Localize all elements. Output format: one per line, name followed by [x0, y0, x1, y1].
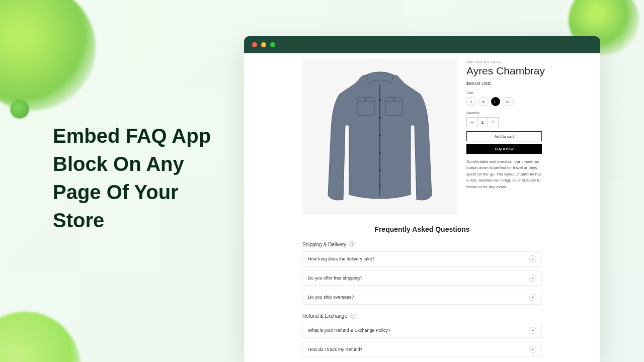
svg-point-4: [379, 169, 381, 171]
buy-now-button[interactable]: Buy it now: [466, 144, 542, 154]
faq-question[interactable]: What is your Refund & Exchange Policy? +: [302, 323, 542, 338]
expand-icon: +: [529, 275, 536, 282]
faq-question[interactable]: How long does the delivery take? +: [302, 251, 542, 266]
page-headline: Embed FAQ App Block On Any Page Of Your …: [53, 122, 234, 234]
add-to-cart-button[interactable]: Add to cart: [466, 131, 542, 141]
expand-icon: +: [529, 255, 536, 262]
decorative-blob: [10, 100, 29, 119]
quantity-stepper: − 1 +: [466, 117, 582, 127]
size-l[interactable]: L: [491, 97, 500, 106]
qty-label: Quantity: [466, 111, 582, 115]
size-s[interactable]: S: [466, 97, 476, 106]
faq-category-refund: Refund & Exchange 3: [302, 313, 542, 319]
question-text: Do you ship overseas?: [308, 295, 354, 300]
question-text: How long does the delivery take?: [308, 256, 375, 261]
category-count: 3: [350, 313, 356, 319]
question-text: How do I track my Refund?: [308, 347, 363, 352]
product-price: $98.00 USD: [466, 81, 582, 86]
category-count: 3: [349, 241, 355, 247]
decorative-blob: [0, 0, 96, 111]
faq-title: Frequently Asked Questions: [302, 225, 542, 233]
question-text: What is your Refund & Exchange Policy?: [308, 328, 390, 333]
window-titlebar: [244, 36, 600, 53]
category-label: Refund & Exchange: [302, 313, 347, 319]
svg-point-0: [379, 99, 381, 101]
size-label: Size: [466, 91, 582, 95]
qty-value: 1: [477, 117, 488, 127]
svg-point-3: [379, 152, 381, 154]
decorative-blob: [0, 312, 80, 362]
close-icon[interactable]: [252, 42, 257, 47]
minimize-icon[interactable]: [261, 42, 266, 47]
question-text: Do you offer free shipping?: [308, 276, 362, 281]
expand-icon: +: [529, 346, 536, 353]
expand-icon: +: [529, 294, 536, 301]
qty-decrement[interactable]: −: [466, 117, 477, 127]
product-brand: UNITED BY BLUE: [466, 60, 582, 64]
product-page: UNITED BY BLUE Ayres Chambray $98.00 USD…: [244, 53, 600, 215]
maximize-icon[interactable]: [270, 42, 275, 47]
faq-question[interactable]: Do you ship overseas? +: [302, 290, 542, 305]
shirt-illustration: [322, 70, 438, 205]
expand-icon: +: [529, 327, 536, 334]
svg-point-2: [379, 134, 381, 136]
faq-question[interactable]: How do I track my Refund? +: [302, 342, 542, 357]
faq-category-shipping: Shipping & Delivery 3: [302, 241, 542, 247]
browser-window: UNITED BY BLUE Ayres Chambray $98.00 USD…: [244, 36, 600, 362]
svg-point-5: [379, 185, 381, 187]
product-details: UNITED BY BLUE Ayres Chambray $98.00 USD…: [466, 59, 582, 215]
size-m[interactable]: M: [478, 97, 489, 106]
category-label: Shipping & Delivery: [302, 242, 346, 247]
svg-point-7: [365, 99, 367, 101]
product-description: Comfortable and practical, our chambray …: [466, 159, 542, 190]
size-options: S M L XL: [466, 97, 582, 106]
faq-section: Frequently Asked Questions Shipping & De…: [244, 215, 600, 357]
svg-point-1: [379, 117, 381, 119]
qty-increment[interactable]: +: [488, 117, 499, 127]
faq-question[interactable]: Do you offer free shipping? +: [302, 270, 542, 286]
product-title: Ayres Chambray: [466, 65, 582, 77]
svg-point-9: [393, 99, 395, 101]
size-xl[interactable]: XL: [503, 97, 514, 106]
product-image[interactable]: [302, 59, 457, 215]
